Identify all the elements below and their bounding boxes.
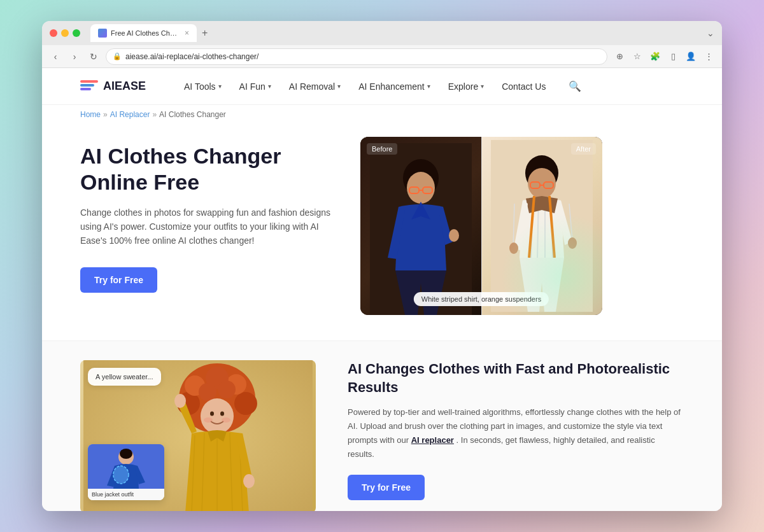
search-icon[interactable]: 🔍 bbox=[569, 80, 581, 92]
browser-toolbar: ‹ › ↻ 🔒 aiease.ai/ai-replace/ai-clothes-… bbox=[42, 45, 722, 68]
refresh-button[interactable]: ↻ bbox=[87, 50, 101, 64]
before-figure bbox=[370, 143, 472, 315]
svg-point-33 bbox=[201, 398, 234, 434]
before-label: Before bbox=[367, 143, 397, 155]
nav-item-contact[interactable]: Contact Us bbox=[502, 81, 546, 92]
breadcrumb-ai-replacer[interactable]: AI Replacer bbox=[110, 110, 150, 119]
breadcrumb-sep-2: » bbox=[152, 110, 157, 119]
logo-text: AIEASE bbox=[103, 80, 146, 93]
nav-item-ai-tools[interactable]: AI Tools ▾ bbox=[184, 81, 222, 92]
nav-item-ai-removal-label: AI Removal bbox=[289, 81, 335, 92]
back-button[interactable]: ‹ bbox=[48, 50, 62, 64]
ai-replacer-link[interactable]: AI replacer bbox=[411, 435, 454, 445]
svg-point-36 bbox=[204, 417, 213, 423]
mini-card-label: Blue jacket outfit bbox=[88, 489, 164, 500]
nav-item-ai-fun[interactable]: AI Fun ▾ bbox=[239, 81, 271, 92]
svg-point-6 bbox=[449, 229, 459, 242]
page-content: AIEASE AI Tools ▾ AI Fun ▾ AI Removal ▾ … bbox=[42, 68, 722, 511]
nav-item-ai-removal[interactable]: AI Removal ▾ bbox=[289, 81, 341, 92]
hero-left: AI Clothes Changer Online Free Change cl… bbox=[80, 137, 335, 293]
extensions-button[interactable]: 🧩 bbox=[648, 50, 662, 64]
nav-item-ai-tools-label: AI Tools bbox=[184, 81, 216, 92]
tab-close-icon[interactable]: × bbox=[185, 29, 189, 38]
nav-item-ai-enhancement-arrow: ▾ bbox=[427, 83, 430, 90]
hero-cta-button[interactable]: Try for Free bbox=[80, 267, 157, 293]
nav-item-ai-fun-arrow: ▾ bbox=[268, 83, 271, 90]
chat-bubble-text: A yellow sweater... bbox=[96, 373, 153, 381]
active-tab[interactable]: Free AI Clothes Changer: Onl... × bbox=[90, 24, 197, 42]
mini-card: Blue jacket outfit bbox=[88, 444, 164, 500]
nav-item-ai-tools-arrow: ▾ bbox=[218, 83, 222, 90]
after-label: After bbox=[571, 143, 596, 155]
svg-point-48 bbox=[113, 466, 129, 484]
sidebar-button[interactable]: ▯ bbox=[666, 50, 680, 64]
profile-button[interactable]: 👤 bbox=[684, 50, 698, 64]
nav-item-ai-enhancement[interactable]: AI Enhancement ▾ bbox=[358, 81, 430, 92]
secure-icon: 🔒 bbox=[113, 52, 122, 60]
tab-title: Free AI Clothes Changer: Onl... bbox=[111, 29, 181, 37]
hero-description: Change clothes in photos for swapping fu… bbox=[80, 206, 335, 248]
forward-button[interactable]: › bbox=[67, 50, 81, 64]
feature-image-area: A yellow sweater... bbox=[80, 360, 316, 511]
address-bar[interactable]: 🔒 aiease.ai/ai-replace/ai-clothes-change… bbox=[106, 48, 607, 65]
menu-button[interactable]: ⋮ bbox=[702, 50, 716, 64]
tab-expand-icon[interactable]: ⌄ bbox=[707, 28, 714, 38]
chat-bubble: A yellow sweater... bbox=[88, 368, 161, 386]
image-caption: White striped shirt, orange suspenders bbox=[414, 292, 549, 306]
site-logo[interactable]: AIEASE bbox=[80, 80, 146, 93]
bookmark-star-button[interactable]: ☆ bbox=[630, 50, 644, 64]
breadcrumb-home[interactable]: Home bbox=[80, 110, 101, 119]
svg-point-21 bbox=[509, 242, 518, 254]
svg-point-43 bbox=[174, 394, 186, 408]
feature-cta-button[interactable]: Try for Free bbox=[348, 475, 425, 500]
svg-point-34 bbox=[210, 412, 214, 416]
svg-point-31 bbox=[199, 383, 216, 401]
site-nav: AIEASE AI Tools ▾ AI Fun ▾ AI Removal ▾ … bbox=[42, 68, 722, 105]
nav-item-explore-label: Explore bbox=[448, 81, 478, 92]
after-panel: After bbox=[481, 137, 602, 315]
browser-window: Free AI Clothes Changer: Onl... × + ⌄ ‹ … bbox=[42, 21, 722, 511]
nav-item-ai-enhancement-label: AI Enhancement bbox=[358, 81, 425, 92]
nav-item-ai-removal-arrow: ▾ bbox=[337, 83, 341, 90]
svg-point-47 bbox=[120, 449, 132, 459]
browser-titlebar: Free AI Clothes Changer: Onl... × + ⌄ bbox=[42, 21, 722, 45]
svg-point-22 bbox=[568, 237, 577, 249]
tab-bar: Free AI Clothes Changer: Onl... × + ⌄ bbox=[90, 24, 714, 42]
feature-title: AI Changes Clothes with Fast and Photore… bbox=[348, 360, 684, 396]
nav-item-explore-arrow: ▾ bbox=[481, 83, 484, 90]
breadcrumb: Home » AI Replacer » AI Clothes Changer bbox=[42, 105, 722, 124]
breadcrumb-current: AI Clothes Changer bbox=[159, 110, 226, 119]
features-section: A yellow sweater... bbox=[42, 340, 722, 511]
svg-point-35 bbox=[220, 412, 224, 416]
nav-item-ai-fun-label: AI Fun bbox=[239, 81, 265, 92]
feature-description: Powered by top-tier and well-trained alg… bbox=[348, 405, 684, 461]
hero-section: AI Clothes Changer Online Free Change cl… bbox=[42, 124, 722, 340]
hero-right: Before bbox=[360, 137, 602, 315]
feature-right: AI Changes Clothes with Fast and Photore… bbox=[348, 360, 684, 500]
maximize-traffic-light[interactable] bbox=[73, 29, 80, 37]
nav-menu: AI Tools ▾ AI Fun ▾ AI Removal ▾ AI Enha… bbox=[184, 80, 684, 92]
nav-item-contact-label: Contact Us bbox=[502, 81, 546, 92]
breadcrumb-sep-1: » bbox=[103, 110, 108, 119]
svg-point-27 bbox=[234, 392, 257, 415]
translate-button[interactable]: ⊕ bbox=[612, 50, 626, 64]
tab-favicon bbox=[98, 29, 107, 38]
before-after-divider bbox=[481, 137, 482, 315]
after-figure bbox=[491, 140, 593, 312]
logo-icon bbox=[80, 80, 98, 93]
before-after-image: Before bbox=[360, 137, 602, 315]
toolbar-actions: ⊕ ☆ 🧩 ▯ 👤 ⋮ bbox=[612, 50, 716, 64]
hero-title: AI Clothes Changer Online Free bbox=[80, 143, 335, 195]
close-traffic-light[interactable] bbox=[50, 29, 57, 37]
new-tab-button[interactable]: + bbox=[199, 27, 210, 39]
traffic-lights bbox=[50, 29, 80, 37]
nav-item-explore[interactable]: Explore ▾ bbox=[448, 81, 484, 92]
svg-point-37 bbox=[222, 417, 230, 423]
svg-point-9 bbox=[528, 168, 556, 199]
mini-card-image bbox=[88, 444, 164, 489]
url-text: aiease.ai/ai-replace/ai-clothes-changer/ bbox=[125, 52, 258, 61]
before-panel: Before bbox=[360, 137, 481, 315]
mini-card-figure bbox=[88, 444, 164, 489]
minimize-traffic-light[interactable] bbox=[61, 29, 69, 37]
svg-point-32 bbox=[218, 381, 236, 398]
